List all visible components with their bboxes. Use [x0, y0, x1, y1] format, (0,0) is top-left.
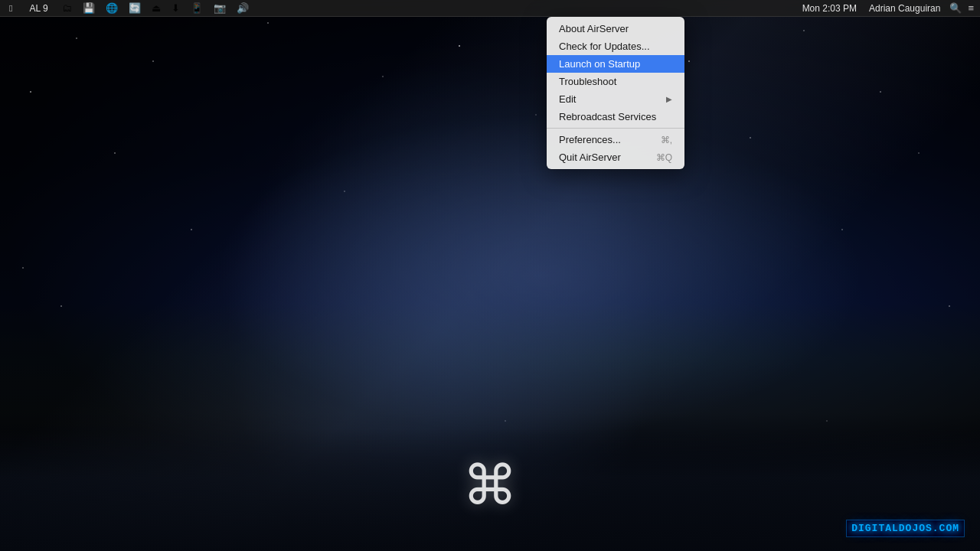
- menu-item-preferences[interactable]: Preferences...⌘,: [547, 131, 684, 148]
- menubar-download-icon[interactable]: ⬇: [172, 2, 180, 14]
- watermark: DIGITALDOJOS.COM: [846, 520, 965, 537]
- airserver-dropdown-menu: About AirServerCheck for Updates...Launc…: [547, 17, 684, 169]
- menu-item-label-check_updates: Check for Updates...: [559, 41, 672, 52]
- list-icon[interactable]: ≡: [968, 2, 974, 14]
- menu-item-launch_startup[interactable]: Launch on Startup: [547, 55, 684, 73]
- menubar-globe-icon[interactable]: 🌐: [106, 2, 118, 14]
- menubar-folder-icon[interactable]: 🗂: [62, 2, 72, 14]
- submenu-arrow-edit: ▶: [666, 95, 672, 103]
- menu-item-label-troubleshoot: Troubleshoot: [559, 76, 672, 87]
- menubar-al9[interactable]: AL 9: [26, 3, 51, 14]
- menubar-volume-icon[interactable]: 🔊: [237, 2, 249, 14]
- menu-item-label-edit: Edit: [559, 93, 666, 105]
- menu-shortcut-quit: ⌘Q: [656, 152, 672, 163]
- menu-item-label-about: About AirServer: [559, 23, 672, 34]
- menubar-datetime[interactable]: Mon 2:03 PM: [799, 3, 860, 14]
- menu-item-edit[interactable]: Edit▶: [547, 90, 684, 108]
- menu-item-troubleshoot[interactable]: Troubleshoot: [547, 73, 684, 90]
- menubar:  AL 9 🗂 💾 🌐 🔄 ⏏ ⬇ 📱 📷 🔊 Mon 2:03 PM Adr…: [0, 0, 980, 17]
- menu-item-quit[interactable]: Quit AirServer⌘Q: [547, 148, 684, 166]
- menubar-left:  AL 9 🗂 💾 🌐 🔄 ⏏ ⬇ 📱 📷 🔊: [6, 2, 249, 14]
- menubar-right: Mon 2:03 PM Adrian Cauguiran 🔍 ≡: [799, 2, 974, 14]
- menu-item-label-quit: Quit AirServer: [559, 152, 656, 163]
- menu-item-label-preferences: Preferences...: [559, 134, 661, 145]
- menu-shortcut-preferences: ⌘,: [661, 135, 672, 145]
- menu-item-check_updates[interactable]: Check for Updates...: [547, 37, 684, 55]
- menubar-device-icon[interactable]: 📱: [191, 2, 203, 14]
- command-key-icon: ⌘: [462, 458, 518, 513]
- menu-item-rebroadcast[interactable]: Rebroadcast Services: [547, 108, 684, 126]
- menu-item-label-launch_startup: Launch on Startup: [559, 58, 672, 70]
- menu-item-label-rebroadcast: Rebroadcast Services: [559, 111, 672, 122]
- menubar-camera-icon[interactable]: 📷: [214, 2, 226, 14]
- menu-separator-after-rebroadcast: [547, 128, 684, 129]
- menubar-eject-icon[interactable]: ⏏: [152, 2, 161, 14]
- menubar-refresh-icon[interactable]: 🔄: [129, 2, 141, 14]
- menu-item-about[interactable]: About AirServer: [547, 20, 684, 37]
- menubar-username[interactable]: Adrian Cauguiran: [866, 3, 943, 14]
- apple-menu[interactable]: : [6, 3, 15, 14]
- menubar-save-icon[interactable]: 💾: [83, 2, 95, 14]
- search-icon[interactable]: 🔍: [949, 2, 962, 14]
